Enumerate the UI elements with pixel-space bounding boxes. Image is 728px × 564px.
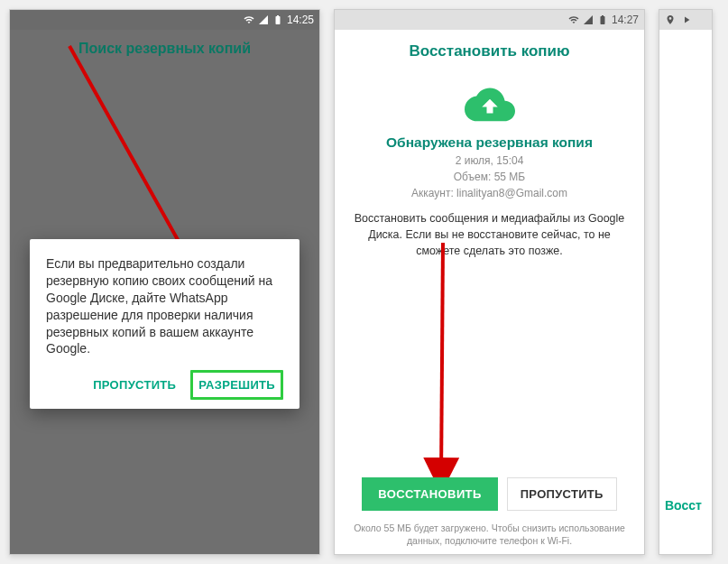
phone-screen-2: 14:27 Восстановить копию Обнаружена резе… (334, 9, 645, 555)
location-icon (665, 14, 676, 25)
screen-body: Поиск резервных копий Если вы предварите… (10, 30, 319, 554)
dialog-message: Если вы предварительно создали резервную… (46, 255, 283, 357)
allow-button[interactable]: РАЗРЕШИТЬ (190, 370, 283, 400)
status-time: 14:25 (287, 14, 314, 26)
phone-screen-1: 14:25 Поиск резервных копий Если вы пред… (9, 9, 320, 555)
svg-line-1 (441, 243, 443, 479)
wifi-icon (568, 14, 579, 25)
wifi-icon (244, 14, 254, 25)
permission-dialog: Если вы предварительно создали резервную… (30, 239, 299, 409)
play-icon (681, 14, 692, 25)
annotation-arrow (398, 237, 470, 499)
text-fragment: Восст (665, 498, 702, 513)
footnote-text: Около 55 МБ будет загружено. Чтобы снизи… (335, 522, 644, 547)
signal-icon (583, 14, 594, 25)
action-row: ВОССТАНОВИТЬ ПРОПУСТИТЬ (335, 477, 644, 511)
screen-body: Восст (659, 30, 712, 554)
restore-description: Восстановить сообщения и медиафайлы из G… (335, 199, 644, 259)
phone-screen-3-cropped: Восст (659, 9, 713, 555)
page-title: Поиск резервных копий (10, 30, 319, 68)
status-bar: 14:25 (10, 10, 319, 30)
skip-button[interactable]: ПРОПУСТИТЬ (86, 370, 183, 400)
cloud-upload-icon (335, 86, 644, 125)
page-title: Восстановить копию (335, 30, 644, 69)
backup-size: Объем: 55 МБ (335, 171, 644, 183)
dialog-actions: ПРОПУСТИТЬ РАЗРЕШИТЬ (46, 370, 283, 400)
screen-body: Восстановить копию Обнаружена резервная … (335, 30, 644, 554)
battery-icon (597, 14, 608, 25)
skip-button[interactable]: ПРОПУСТИТЬ (507, 477, 617, 511)
status-bar (659, 10, 712, 30)
backup-date: 2 июля, 15:04 (335, 154, 644, 167)
status-time: 14:27 (612, 14, 639, 26)
signal-icon (258, 14, 269, 25)
backup-account: Аккаунт: linalityan8@Gmail.com (335, 187, 644, 199)
backup-found-title: Обнаружена резервная копия (335, 134, 644, 151)
status-bar: 14:27 (335, 10, 644, 30)
battery-icon (272, 14, 283, 25)
restore-button[interactable]: ВОССТАНОВИТЬ (362, 477, 497, 511)
